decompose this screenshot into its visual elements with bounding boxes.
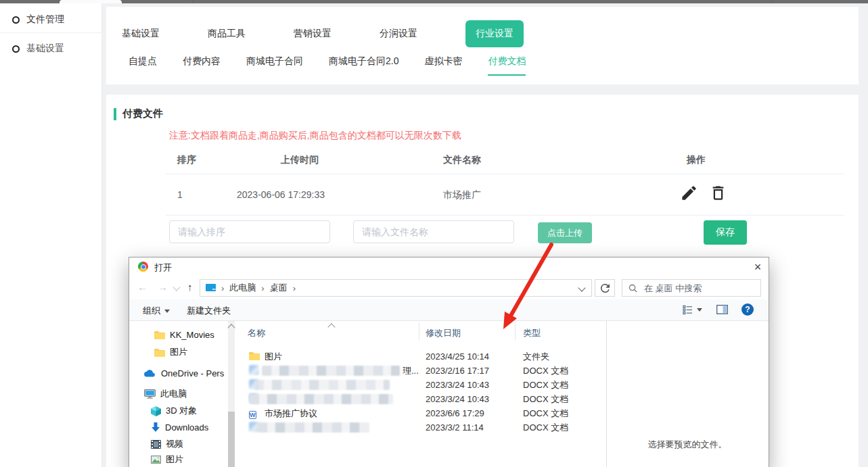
refresh-button[interactable] [595, 279, 615, 297]
preview-pane-icon [716, 305, 728, 314]
organize-menu[interactable]: 组织 [143, 305, 170, 317]
dialog-titlebar[interactable]: 打开 × [129, 257, 769, 276]
address-bar[interactable]: › 此电脑 › 桌面 › [200, 279, 592, 297]
dialog-toolbar: 组织 新建文件夹 ? [129, 299, 769, 321]
file-type: DOCX 文档 [523, 392, 568, 406]
list-col-date[interactable]: 修改日期 [426, 327, 461, 339]
list-col-type[interactable]: 类型 [523, 327, 541, 339]
sidebar: 文件管理 基础设置 [0, 3, 102, 467]
sort-asc-icon [327, 323, 335, 330]
list-col-name[interactable]: 名称 [248, 327, 265, 339]
notice-text: 注意:文档跟着商品走,商品购买后,商品包含的文档都可以无限次数下载 [169, 130, 461, 142]
sidebar-item-basic-settings[interactable]: 基础设置 [12, 36, 64, 62]
close-icon[interactable]: × [748, 259, 767, 275]
app-root: 文件管理 基础设置 基础设置 商品工具 营销设置 分润设置 行业设置 自提点 付… [0, 0, 868, 467]
tree-label: KK_Movies [170, 330, 214, 340]
tab-pickup-point[interactable]: 自提点 [129, 55, 157, 76]
tab-marketing-settings[interactable]: 营销设置 [294, 28, 332, 40]
delete-icon[interactable] [709, 184, 727, 202]
preview-pane-button[interactable] [716, 305, 728, 314]
tab-basic-settings[interactable]: 基础设置 [122, 28, 160, 40]
file-type: DOCX 文档 [523, 378, 568, 392]
blurred-file-name [254, 380, 390, 390]
view-mode-button[interactable] [683, 305, 702, 315]
sidebar-item-label: 文件管理 [26, 14, 64, 26]
tab-paid-documents-active[interactable]: 付费文档 [488, 55, 526, 76]
table-header-divider [166, 174, 844, 174]
back-icon[interactable]: ← [137, 281, 147, 293]
history-chevron-icon[interactable] [173, 283, 180, 291]
sort-input[interactable] [169, 220, 330, 243]
file-date: 2023/3/24 10:43 [426, 378, 489, 392]
tab-separator [771, 1, 772, 3]
tab-separator [193, 1, 193, 3]
edit-icon[interactable] [680, 184, 698, 202]
tree-item-kk-movies[interactable]: KK_Movies [154, 328, 249, 341]
tab-mall-econtract[interactable]: 商城电子合同 [246, 55, 303, 76]
file-date: 2023/3/2 11:14 [426, 420, 484, 435]
upload-button[interactable]: 点击上传 [538, 222, 592, 243]
file-row-marketing-agreement[interactable]: W 市场推广协议 2023/6/6 17:29 DOCX 文档 [237, 406, 603, 420]
blurred-file-name [262, 366, 400, 376]
file-type: DOCX 文档 [523, 364, 568, 378]
file-name: 图片 [265, 349, 282, 364]
onedrive-cloud-icon [144, 370, 156, 377]
breadcrumb-desktop[interactable]: 桌面 [270, 282, 288, 294]
file-row-redacted[interactable]: 2023/3/24 10:43 DOCX 文档 [237, 378, 603, 392]
sidebar-divider [0, 32, 101, 33]
circle-bullet-icon [12, 16, 20, 24]
secondary-tabs: 自提点 付费内容 商城电子合同 商城电子合同2.0 虚拟卡密 付费文档 [129, 55, 526, 76]
sidebar-item-file-management[interactable]: 文件管理 [12, 7, 64, 32]
organize-label: 组织 [143, 305, 160, 317]
tab-paid-content[interactable]: 付费内容 [183, 55, 221, 76]
tree-item-this-pc[interactable]: 此电脑 [144, 387, 239, 401]
list-view-icon [683, 305, 693, 315]
file-date: 2023/4/25 10:14 [426, 349, 489, 364]
scroll-up-icon[interactable] [227, 324, 235, 331]
tree-item-onedrive[interactable]: OneDrive - Pers [144, 366, 239, 380]
tree-item-pictures-folder[interactable]: 图片 [154, 345, 249, 359]
tab-virtual-card[interactable]: 虚拟卡密 [424, 55, 462, 76]
tab-industry-settings-active[interactable]: 行业设置 [465, 20, 524, 47]
blurred-file-name [250, 394, 393, 404]
search-box[interactable] [622, 279, 761, 297]
tab-profit-settings[interactable]: 分润设置 [380, 28, 417, 40]
tree-label: 此电脑 [160, 388, 187, 400]
tab-mall-econtract-2[interactable]: 商城电子合同2.0 [329, 55, 398, 76]
help-icon[interactable]: ? [741, 303, 754, 316]
file-row-redacted[interactable]: 2023/3/24 10:43 DOCX 文档 [237, 392, 603, 406]
breadcrumb-this-pc[interactable]: 此电脑 [229, 282, 256, 294]
folder-icon [154, 330, 165, 339]
col-header-time: 上传时间 [281, 154, 319, 166]
tree-label: 图片 [166, 453, 183, 466]
dialog-navbar: ← → ↑ › 此电脑 › 桌面 › [129, 276, 769, 299]
tree-scrollbar[interactable] [228, 321, 235, 467]
column-divider[interactable] [419, 322, 419, 340]
file-type: 文件夹 [523, 349, 549, 364]
row-name-value: 市场推广 [443, 181, 481, 208]
folder-icon [249, 351, 260, 362]
search-input[interactable] [643, 282, 747, 294]
file-name-suffix: 理... [403, 364, 419, 378]
new-folder-button[interactable]: 新建文件夹 [187, 305, 231, 317]
section-title: 付费文件 [122, 107, 163, 120]
new-folder-label: 新建文件夹 [187, 305, 231, 317]
file-row-redacted[interactable]: 理... 2023/2/16 17:17 DOCX 文档 [237, 364, 603, 378]
row-sort-value: 1 [177, 181, 183, 208]
cube-icon [151, 406, 161, 416]
sidebar-item-label: 基础设置 [26, 43, 64, 55]
file-name-input[interactable] [353, 220, 514, 243]
address-dropdown-icon[interactable] [578, 284, 585, 291]
file-row-redacted[interactable]: 2023/3/2 11:14 DOCX 文档 [237, 420, 603, 435]
forward-icon[interactable]: → [158, 281, 168, 293]
desktop-icon [206, 284, 216, 292]
caret-down-icon [697, 308, 702, 312]
scrollbar-thumb[interactable] [228, 412, 235, 467]
up-icon[interactable]: ↑ [187, 281, 193, 293]
file-row-pictures[interactable]: 图片 2023/4/25 10:14 文件夹 [237, 349, 603, 364]
word-doc-icon: W [249, 408, 260, 418]
save-button[interactable]: 保存 [704, 220, 747, 245]
tab-product-tools[interactable]: 商品工具 [208, 28, 246, 40]
column-divider[interactable] [515, 322, 516, 340]
circle-bullet-icon [12, 45, 20, 53]
